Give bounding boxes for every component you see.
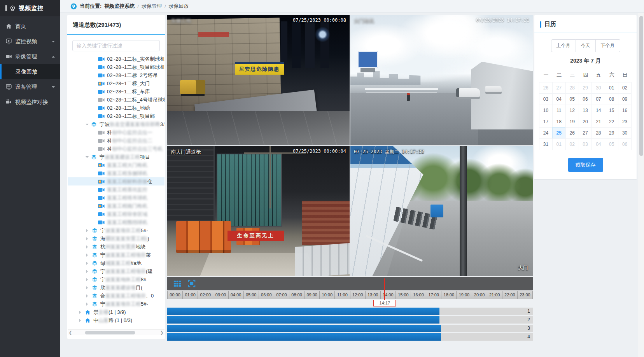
breadcrumb-root[interactable]: 视频监控系统 (104, 3, 135, 10)
tree-item-group[interactable]: 合某某某某工程项目、0 (68, 292, 164, 300)
video-tile-4-selected[interactable]: 07-25-2023 星期二 14:17:32 大门 (350, 146, 533, 276)
tree-horizontal-scrollbar[interactable]: ❮ ❯ (68, 329, 164, 335)
hour-tick[interactable]: 10:00 (320, 291, 335, 299)
tree-item-camera[interactable]: 某某工程塔吊球机 (68, 194, 164, 202)
scrollbar-thumb[interactable] (639, 16, 643, 156)
hour-tick[interactable]: 06:00 (259, 291, 274, 299)
scroll-left-icon[interactable]: ❮ (68, 330, 73, 335)
chevron-right-icon[interactable] (86, 237, 89, 240)
day-cell[interactable]: 30 (618, 127, 632, 139)
sidebar-item-video-dock[interactable]: 视频监控对接 (0, 94, 60, 110)
tree-item-camera[interactable]: 某某工程围挡球机 (68, 218, 164, 226)
day-cell[interactable]: 17 (539, 116, 553, 128)
recording-track[interactable]: 2 (167, 316, 533, 324)
chevron-right-icon[interactable] (86, 278, 89, 281)
day-cell[interactable]: 23 (618, 116, 632, 128)
tree-item-home[interactable]: 崇文楼 (1 | 3/9) (68, 308, 164, 316)
recording-bar[interactable] (167, 325, 441, 332)
hour-tick[interactable]: 23:00 (518, 291, 533, 299)
day-cell[interactable]: 04 (552, 93, 566, 105)
tree-item-camera[interactable]: 02~28~1二标_项目部 (68, 112, 164, 120)
hour-tick[interactable]: 09:00 (304, 291, 320, 299)
tree-item-group[interactable]: 宁波某某建设工程项目 (68, 153, 164, 161)
hour-tick[interactable]: 05:00 (244, 291, 259, 299)
capture-save-button[interactable]: 截取保存 (568, 158, 603, 172)
day-cell[interactable]: 31 (539, 138, 553, 150)
day-cell-selected[interactable]: 25 (552, 127, 566, 139)
hour-tick[interactable]: 22:00 (502, 291, 518, 299)
day-cell[interactable]: 26 (539, 82, 553, 94)
day-cell[interactable]: 10 (539, 105, 553, 116)
sidebar-item-home[interactable]: 首页 (0, 19, 60, 34)
grid-layout-icon[interactable] (173, 279, 182, 288)
day-cell[interactable]: 03 (579, 138, 592, 150)
chevron-down-icon[interactable] (86, 124, 89, 127)
tree-item-camera[interactable]: 02~28~1二标_车库 (68, 88, 164, 96)
day-cell[interactable]: 03 (539, 93, 553, 105)
tree-item-camera[interactable]: 02~28~1二标_大门 (68, 79, 164, 88)
recording-track[interactable]: 4 (167, 333, 533, 341)
recording-bar[interactable] (167, 308, 439, 315)
day-cell[interactable]: 02 (618, 82, 632, 94)
hour-tick[interactable]: 04:00 (229, 291, 244, 299)
chevron-right-icon[interactable] (86, 294, 89, 298)
tree-item-group[interactable]: 宁波某某项目工程5#- (68, 300, 164, 308)
tree-item-camera[interactable]: 某某工程大门枪机 (68, 161, 164, 169)
channel-search-input[interactable] (72, 40, 160, 51)
fullscreen-icon[interactable] (187, 279, 196, 288)
tree-item-camera[interactable]: 科创中心监控点位三号机 (68, 145, 164, 153)
day-cell[interactable]: 29 (605, 127, 618, 139)
hour-tick[interactable]: 14:00 (381, 291, 396, 299)
recording-track[interactable]: 1 (167, 308, 533, 315)
today-button[interactable]: 今天 (576, 39, 596, 52)
day-cell[interactable]: 07 (592, 93, 605, 105)
day-cell[interactable]: 13 (579, 105, 592, 116)
tree-item-group[interactable]: 欣某某某建设项目( (68, 284, 164, 292)
day-cell[interactable]: 11 (552, 105, 566, 116)
tree-item-group[interactable]: 宁波某某地块工程8# (68, 275, 164, 284)
hour-tick[interactable]: 13:00 (366, 291, 381, 299)
day-cell[interactable]: 28 (565, 82, 579, 94)
chevron-right-icon[interactable] (86, 270, 89, 273)
day-cell[interactable]: 01 (605, 82, 618, 94)
video-tile-1[interactable]: 居安思危除隐患 东侧工地 07/25/2023 00:00:08 (167, 15, 350, 145)
day-cell[interactable]: 16 (618, 105, 632, 116)
day-cell[interactable]: 18 (552, 116, 566, 128)
next-month-button[interactable]: 下个月 (596, 39, 620, 52)
day-cell[interactable]: 12 (565, 105, 579, 116)
chevron-down-icon[interactable] (86, 156, 89, 159)
hour-tick[interactable]: 18:00 (441, 291, 457, 299)
chevron-right-icon[interactable] (86, 286, 89, 289)
recording-bar[interactable] (167, 316, 439, 324)
day-cell[interactable]: 27 (579, 127, 592, 139)
day-cell[interactable]: 24 (539, 127, 553, 139)
tree-item-camera[interactable]: 02~28~1二标_2号塔吊 (68, 71, 164, 79)
day-cell[interactable]: 30 (592, 82, 605, 94)
hour-tick[interactable]: 12:00 (350, 291, 366, 299)
hour-tick[interactable]: 21:00 (487, 291, 502, 299)
day-cell[interactable]: 26 (565, 127, 579, 139)
hour-tick[interactable]: 08:00 (289, 291, 304, 299)
day-cell[interactable]: 01 (552, 138, 566, 150)
tree-item-camera[interactable]: 某某工程基坑监控 (68, 186, 164, 194)
day-cell[interactable]: 14 (592, 105, 605, 116)
chevron-right-icon[interactable] (86, 303, 89, 306)
scrollbar-thumb[interactable] (85, 331, 135, 334)
hour-tick[interactable]: 11:00 (335, 291, 350, 299)
day-cell[interactable]: 05 (605, 138, 618, 150)
sidebar-item-device-management[interactable]: 设备管理 (0, 79, 60, 94)
tree-item-camera[interactable]: 某某工程南门枪机 (68, 202, 164, 210)
day-cell[interactable]: 08 (605, 93, 618, 105)
day-cell[interactable]: 09 (618, 93, 632, 105)
tree-item-camera[interactable]: 02~28~1二标_项目部球机 (68, 63, 164, 71)
day-cell[interactable]: 22 (605, 116, 618, 128)
chevron-right-icon[interactable] (79, 311, 82, 314)
day-cell[interactable]: 06 (579, 93, 592, 105)
tree-item-group[interactable]: 宁波某某某工程项目(建 (68, 267, 164, 275)
hour-tick[interactable]: 19:00 (457, 291, 472, 299)
hour-tick[interactable]: 07:00 (274, 291, 289, 299)
tree-item-camera[interactable]: 某某工程材料存放仓 (68, 177, 164, 186)
tree-item-camera[interactable]: 某某工程东侧球机 (68, 169, 164, 177)
hour-tick[interactable]: 00:00 (167, 291, 183, 299)
day-cell[interactable]: 06 (618, 138, 632, 150)
